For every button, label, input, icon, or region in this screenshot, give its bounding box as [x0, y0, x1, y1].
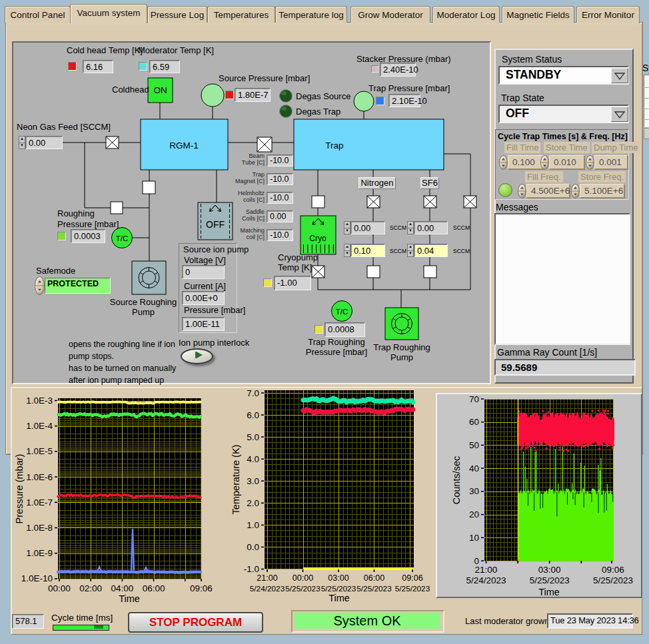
svg-text:0.0: 0.0 [247, 542, 259, 552]
svg-text:1.0: 1.0 [247, 520, 259, 530]
svg-text:Time: Time [538, 587, 560, 597]
svg-text:5/25/2023: 5/25/2023 [356, 584, 392, 593]
svg-text:06:00: 06:00 [364, 573, 384, 583]
svg-text:1.0E-8: 1.0E-8 [26, 523, 53, 533]
svg-text:02:00: 02:00 [79, 583, 102, 593]
svg-text:5/25/2023: 5/25/2023 [395, 584, 430, 593]
svg-text:6.0: 6.0 [247, 410, 259, 420]
svg-text:40: 40 [469, 464, 479, 474]
svg-text:7.0: 7.0 [247, 388, 259, 398]
svg-text:5/24/2023: 5/24/2023 [466, 575, 506, 585]
svg-text:60: 60 [469, 417, 479, 427]
svg-text:T/C: T/C [336, 308, 348, 316]
svg-text:21:00: 21:00 [257, 573, 277, 583]
svg-text:50: 50 [469, 440, 479, 450]
svg-text:1.0E-4: 1.0E-4 [26, 421, 53, 431]
svg-text:1.0E-10: 1.0E-10 [21, 573, 53, 583]
svg-text:5.0: 5.0 [247, 432, 259, 442]
svg-text:5/24/2023: 5/24/2023 [250, 584, 285, 593]
svg-text:Cryo: Cryo [309, 234, 326, 243]
svg-text:30: 30 [469, 486, 479, 496]
svg-text:5/25/2023: 5/25/2023 [530, 575, 570, 585]
svg-text:70: 70 [469, 394, 479, 404]
svg-text:1.0E-7: 1.0E-7 [26, 497, 53, 507]
svg-text:-1.0: -1.0 [244, 564, 259, 574]
svg-text:00:00: 00:00 [293, 573, 313, 583]
svg-text:06:00: 06:00 [143, 583, 165, 593]
svg-text:OFF: OFF [206, 219, 225, 230]
svg-text:10: 10 [469, 533, 479, 543]
svg-text:Time: Time [328, 593, 350, 603]
svg-text:4.0: 4.0 [247, 454, 259, 464]
svg-text:Temperature (K): Temperature (K) [231, 445, 241, 515]
svg-text:Time: Time [119, 593, 140, 604]
svg-text:ON: ON [153, 85, 167, 95]
svg-text:09:06: 09:06 [190, 583, 213, 593]
svg-text:09:06: 09:06 [402, 573, 422, 583]
svg-text:1.0E-3: 1.0E-3 [26, 396, 53, 406]
svg-text:21:00: 21:00 [475, 565, 498, 575]
svg-text:03:00: 03:00 [538, 565, 561, 575]
svg-text:1.0E-5: 1.0E-5 [26, 446, 53, 456]
svg-text:T/C: T/C [116, 234, 129, 242]
svg-text:5/25/2023: 5/25/2023 [593, 575, 633, 585]
svg-text:Trap: Trap [325, 141, 343, 151]
svg-text:1.0E-6: 1.0E-6 [26, 472, 53, 482]
svg-text:1.0E-9: 1.0E-9 [26, 548, 53, 558]
svg-text:Pressure (mbar): Pressure (mbar) [14, 454, 25, 524]
svg-text:RGM-1: RGM-1 [169, 141, 199, 151]
svg-text:5/25/2023: 5/25/2023 [321, 584, 356, 593]
svg-text:Counts/sec: Counts/sec [451, 456, 462, 505]
svg-text:03:00: 03:00 [328, 573, 348, 583]
svg-text:2.0: 2.0 [247, 498, 259, 508]
svg-text:5/25/2023: 5/25/2023 [285, 584, 321, 593]
svg-text:00:00: 00:00 [48, 583, 71, 593]
svg-text:20: 20 [469, 509, 479, 519]
svg-text:3.0: 3.0 [247, 476, 259, 486]
svg-text:09:06: 09:06 [602, 565, 624, 575]
svg-text:04:00: 04:00 [111, 583, 134, 593]
